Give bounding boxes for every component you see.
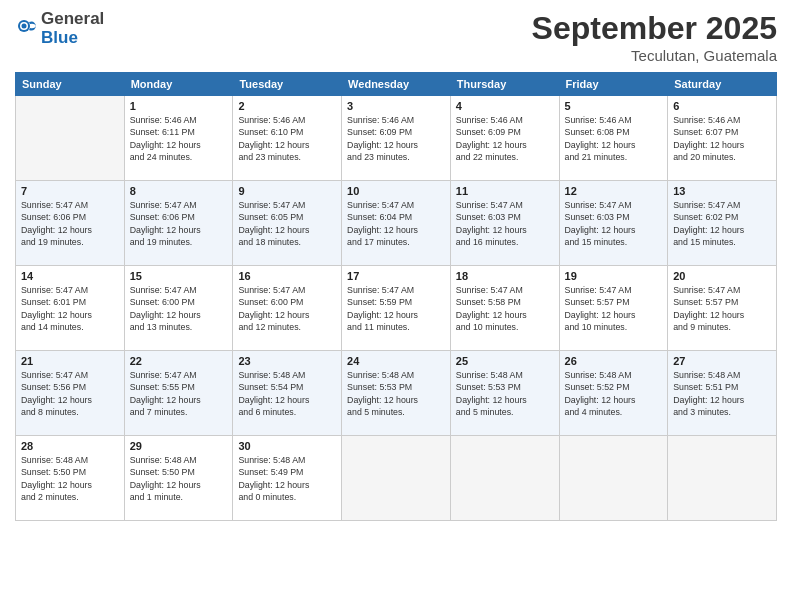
cell-info-4-1: Sunrise: 5:48 AM Sunset: 5:50 PM Dayligh… bbox=[130, 454, 228, 503]
title-block: September 2025 Teculutan, Guatemala bbox=[532, 10, 777, 64]
cell-3-1: 22Sunrise: 5:47 AM Sunset: 5:55 PM Dayli… bbox=[124, 351, 233, 436]
cell-info-0-5: Sunrise: 5:46 AM Sunset: 6:08 PM Dayligh… bbox=[565, 114, 663, 163]
cell-0-0 bbox=[16, 96, 125, 181]
cell-info-2-4: Sunrise: 5:47 AM Sunset: 5:58 PM Dayligh… bbox=[456, 284, 554, 333]
cell-0-1: 1Sunrise: 5:46 AM Sunset: 6:11 PM Daylig… bbox=[124, 96, 233, 181]
cell-4-0: 28Sunrise: 5:48 AM Sunset: 5:50 PM Dayli… bbox=[16, 436, 125, 521]
day-number-21: 21 bbox=[21, 355, 119, 367]
day-number-19: 19 bbox=[565, 270, 663, 282]
cell-info-1-4: Sunrise: 5:47 AM Sunset: 6:03 PM Dayligh… bbox=[456, 199, 554, 248]
day-number-1: 1 bbox=[130, 100, 228, 112]
cell-2-0: 14Sunrise: 5:47 AM Sunset: 6:01 PM Dayli… bbox=[16, 266, 125, 351]
day-number-7: 7 bbox=[21, 185, 119, 197]
week-row-1: 1Sunrise: 5:46 AM Sunset: 6:11 PM Daylig… bbox=[16, 96, 777, 181]
cell-1-4: 11Sunrise: 5:47 AM Sunset: 6:03 PM Dayli… bbox=[450, 181, 559, 266]
cell-info-3-0: Sunrise: 5:47 AM Sunset: 5:56 PM Dayligh… bbox=[21, 369, 119, 418]
day-number-20: 20 bbox=[673, 270, 771, 282]
cell-info-1-0: Sunrise: 5:47 AM Sunset: 6:06 PM Dayligh… bbox=[21, 199, 119, 248]
cell-1-2: 9Sunrise: 5:47 AM Sunset: 6:05 PM Daylig… bbox=[233, 181, 342, 266]
svg-point-2 bbox=[22, 23, 27, 28]
col-monday: Monday bbox=[124, 73, 233, 96]
cell-3-5: 26Sunrise: 5:48 AM Sunset: 5:52 PM Dayli… bbox=[559, 351, 668, 436]
cell-2-2: 16Sunrise: 5:47 AM Sunset: 6:00 PM Dayli… bbox=[233, 266, 342, 351]
location-subtitle: Teculutan, Guatemala bbox=[532, 47, 777, 64]
cell-info-2-6: Sunrise: 5:47 AM Sunset: 5:57 PM Dayligh… bbox=[673, 284, 771, 333]
logo: General Blue bbox=[15, 10, 104, 47]
cell-0-2: 2Sunrise: 5:46 AM Sunset: 6:10 PM Daylig… bbox=[233, 96, 342, 181]
cell-info-2-0: Sunrise: 5:47 AM Sunset: 6:01 PM Dayligh… bbox=[21, 284, 119, 333]
cell-3-3: 24Sunrise: 5:48 AM Sunset: 5:53 PM Dayli… bbox=[342, 351, 451, 436]
cell-0-3: 3Sunrise: 5:46 AM Sunset: 6:09 PM Daylig… bbox=[342, 96, 451, 181]
cell-info-2-3: Sunrise: 5:47 AM Sunset: 5:59 PM Dayligh… bbox=[347, 284, 445, 333]
day-number-3: 3 bbox=[347, 100, 445, 112]
day-number-15: 15 bbox=[130, 270, 228, 282]
cell-0-4: 4Sunrise: 5:46 AM Sunset: 6:09 PM Daylig… bbox=[450, 96, 559, 181]
cell-4-6 bbox=[668, 436, 777, 521]
cell-2-5: 19Sunrise: 5:47 AM Sunset: 5:57 PM Dayli… bbox=[559, 266, 668, 351]
day-number-30: 30 bbox=[238, 440, 336, 452]
day-number-2: 2 bbox=[238, 100, 336, 112]
cell-3-0: 21Sunrise: 5:47 AM Sunset: 5:56 PM Dayli… bbox=[16, 351, 125, 436]
day-number-25: 25 bbox=[456, 355, 554, 367]
day-number-26: 26 bbox=[565, 355, 663, 367]
cell-4-1: 29Sunrise: 5:48 AM Sunset: 5:50 PM Dayli… bbox=[124, 436, 233, 521]
logo-general: General bbox=[41, 9, 104, 28]
day-number-22: 22 bbox=[130, 355, 228, 367]
page-header: General Blue September 2025 Teculutan, G… bbox=[15, 10, 777, 64]
cell-info-1-3: Sunrise: 5:47 AM Sunset: 6:04 PM Dayligh… bbox=[347, 199, 445, 248]
calendar-table: Sunday Monday Tuesday Wednesday Thursday… bbox=[15, 72, 777, 521]
cell-3-4: 25Sunrise: 5:48 AM Sunset: 5:53 PM Dayli… bbox=[450, 351, 559, 436]
logo-icon bbox=[17, 16, 37, 36]
cell-info-2-5: Sunrise: 5:47 AM Sunset: 5:57 PM Dayligh… bbox=[565, 284, 663, 333]
cell-info-0-1: Sunrise: 5:46 AM Sunset: 6:11 PM Dayligh… bbox=[130, 114, 228, 163]
logo-blue: Blue bbox=[41, 28, 78, 47]
cell-1-6: 13Sunrise: 5:47 AM Sunset: 6:02 PM Dayli… bbox=[668, 181, 777, 266]
cell-2-4: 18Sunrise: 5:47 AM Sunset: 5:58 PM Dayli… bbox=[450, 266, 559, 351]
cell-3-6: 27Sunrise: 5:48 AM Sunset: 5:51 PM Dayli… bbox=[668, 351, 777, 436]
day-number-8: 8 bbox=[130, 185, 228, 197]
cell-2-3: 17Sunrise: 5:47 AM Sunset: 5:59 PM Dayli… bbox=[342, 266, 451, 351]
day-number-24: 24 bbox=[347, 355, 445, 367]
week-row-4: 21Sunrise: 5:47 AM Sunset: 5:56 PM Dayli… bbox=[16, 351, 777, 436]
day-number-11: 11 bbox=[456, 185, 554, 197]
cell-3-2: 23Sunrise: 5:48 AM Sunset: 5:54 PM Dayli… bbox=[233, 351, 342, 436]
cell-info-0-6: Sunrise: 5:46 AM Sunset: 6:07 PM Dayligh… bbox=[673, 114, 771, 163]
col-wednesday: Wednesday bbox=[342, 73, 451, 96]
day-number-6: 6 bbox=[673, 100, 771, 112]
week-row-5: 28Sunrise: 5:48 AM Sunset: 5:50 PM Dayli… bbox=[16, 436, 777, 521]
day-number-16: 16 bbox=[238, 270, 336, 282]
cell-1-0: 7Sunrise: 5:47 AM Sunset: 6:06 PM Daylig… bbox=[16, 181, 125, 266]
day-number-29: 29 bbox=[130, 440, 228, 452]
cell-info-0-2: Sunrise: 5:46 AM Sunset: 6:10 PM Dayligh… bbox=[238, 114, 336, 163]
day-number-23: 23 bbox=[238, 355, 336, 367]
day-number-5: 5 bbox=[565, 100, 663, 112]
day-number-18: 18 bbox=[456, 270, 554, 282]
cell-info-2-1: Sunrise: 5:47 AM Sunset: 6:00 PM Dayligh… bbox=[130, 284, 228, 333]
col-sunday: Sunday bbox=[16, 73, 125, 96]
cell-info-3-4: Sunrise: 5:48 AM Sunset: 5:53 PM Dayligh… bbox=[456, 369, 554, 418]
day-number-17: 17 bbox=[347, 270, 445, 282]
week-row-3: 14Sunrise: 5:47 AM Sunset: 6:01 PM Dayli… bbox=[16, 266, 777, 351]
calendar-header-row: Sunday Monday Tuesday Wednesday Thursday… bbox=[16, 73, 777, 96]
day-number-27: 27 bbox=[673, 355, 771, 367]
cell-info-0-4: Sunrise: 5:46 AM Sunset: 6:09 PM Dayligh… bbox=[456, 114, 554, 163]
cell-2-1: 15Sunrise: 5:47 AM Sunset: 6:00 PM Dayli… bbox=[124, 266, 233, 351]
cell-info-1-1: Sunrise: 5:47 AM Sunset: 6:06 PM Dayligh… bbox=[130, 199, 228, 248]
cell-info-0-3: Sunrise: 5:46 AM Sunset: 6:09 PM Dayligh… bbox=[347, 114, 445, 163]
cell-0-5: 5Sunrise: 5:46 AM Sunset: 6:08 PM Daylig… bbox=[559, 96, 668, 181]
month-title: September 2025 bbox=[532, 10, 777, 47]
cell-info-3-1: Sunrise: 5:47 AM Sunset: 5:55 PM Dayligh… bbox=[130, 369, 228, 418]
cell-info-2-2: Sunrise: 5:47 AM Sunset: 6:00 PM Dayligh… bbox=[238, 284, 336, 333]
col-tuesday: Tuesday bbox=[233, 73, 342, 96]
day-number-14: 14 bbox=[21, 270, 119, 282]
cell-info-3-6: Sunrise: 5:48 AM Sunset: 5:51 PM Dayligh… bbox=[673, 369, 771, 418]
day-number-28: 28 bbox=[21, 440, 119, 452]
cell-info-3-2: Sunrise: 5:48 AM Sunset: 5:54 PM Dayligh… bbox=[238, 369, 336, 418]
cell-info-4-0: Sunrise: 5:48 AM Sunset: 5:50 PM Dayligh… bbox=[21, 454, 119, 503]
cell-info-3-3: Sunrise: 5:48 AM Sunset: 5:53 PM Dayligh… bbox=[347, 369, 445, 418]
day-number-12: 12 bbox=[565, 185, 663, 197]
cell-info-4-2: Sunrise: 5:48 AM Sunset: 5:49 PM Dayligh… bbox=[238, 454, 336, 503]
day-number-4: 4 bbox=[456, 100, 554, 112]
cell-info-1-6: Sunrise: 5:47 AM Sunset: 6:02 PM Dayligh… bbox=[673, 199, 771, 248]
cell-4-3 bbox=[342, 436, 451, 521]
